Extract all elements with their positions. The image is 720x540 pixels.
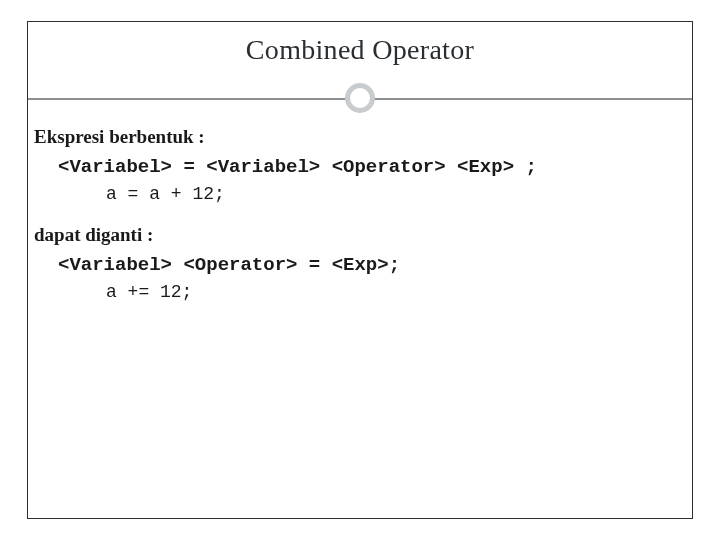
ring-icon — [345, 83, 375, 113]
title-divider — [0, 84, 720, 112]
